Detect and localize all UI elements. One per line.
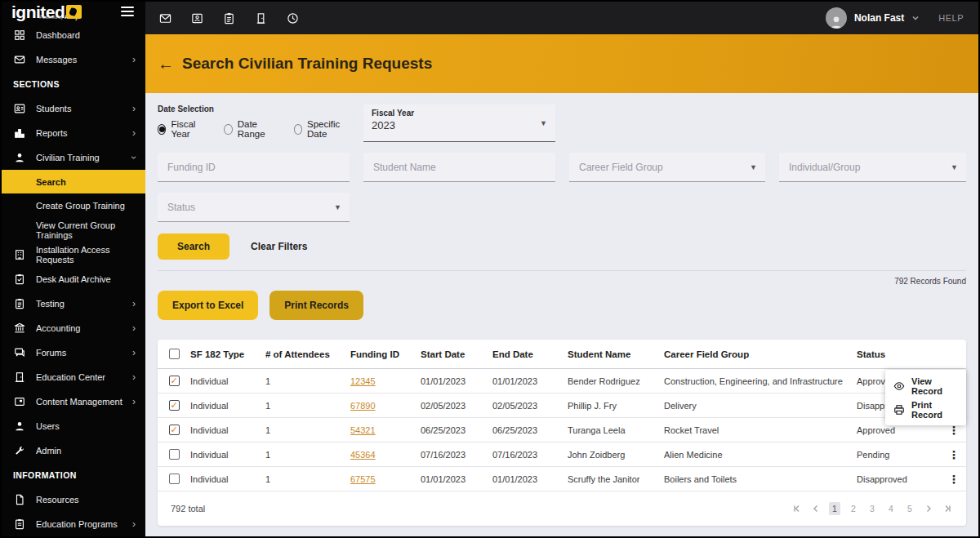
page-title: Search Civilian Training Requests — [182, 55, 432, 73]
print-record-menu-item[interactable]: Print Record — [885, 398, 966, 421]
sidebar-item-students[interactable]: Students › — [2, 96, 145, 121]
table-row: Individual 1 45364 07/16/2023 07/16/2023… — [158, 442, 966, 467]
back-arrow-icon[interactable]: ← — [158, 56, 174, 72]
mail-icon[interactable] — [158, 11, 172, 25]
column-header: Funding ID — [350, 349, 421, 359]
sidebar-item-civilian-training[interactable]: Civilian Training › — [2, 145, 145, 170]
page-number[interactable]: 4 — [885, 502, 897, 515]
prev-page-icon[interactable] — [810, 502, 822, 515]
chevron-right-icon: › — [132, 348, 136, 358]
bar-chart-icon — [13, 127, 25, 140]
row-checkbox[interactable] — [169, 449, 180, 460]
status-value: Disapproved — [857, 474, 939, 484]
chevron-down-icon[interactable] — [911, 14, 920, 22]
chevron-right-icon: › — [132, 104, 136, 113]
last-page-icon[interactable] — [942, 502, 953, 515]
next-page-icon[interactable] — [923, 502, 934, 515]
table-footer: 792 total 1 2 3 4 5 — [158, 491, 966, 526]
radio-fiscal-year[interactable]: Fiscal Year — [158, 119, 206, 139]
user-name[interactable]: Nolan Fast — [854, 12, 904, 24]
column-header: End Date — [492, 349, 568, 359]
select-all-checkbox[interactable] — [169, 349, 180, 359]
sidebar-item-create-group-training[interactable]: Create Group Training — [2, 193, 145, 218]
view-record-menu-item[interactable]: View Record — [885, 374, 966, 398]
sidebar-item-desk-audit-archive[interactable]: Desk Audit Archive — [2, 267, 145, 291]
help-link[interactable]: HELP — [938, 13, 964, 23]
sidebar-item-testing[interactable]: Testing › — [2, 291, 145, 316]
radio-dot — [158, 124, 166, 135]
app-window: ignited Powered by Army Dashboard Messag… — [0, 0, 980, 538]
funding-id-link[interactable]: 45364 — [350, 450, 421, 460]
divider — [158, 270, 966, 271]
status-select[interactable]: Status ▼ — [158, 193, 350, 222]
topbar-icons — [158, 11, 300, 25]
clock-icon[interactable] — [286, 11, 300, 25]
search-button[interactable]: Search — [158, 233, 229, 260]
career-field-group-select[interactable]: Career Field Group ▼ — [569, 153, 765, 182]
sidebar-item-dashboard[interactable]: Dashboard — [2, 23, 145, 47]
avatar[interactable] — [826, 7, 847, 29]
dropdown-arrow-icon: ▼ — [951, 163, 958, 171]
funding-id-link[interactable]: 12345 — [350, 376, 421, 386]
row-checkbox[interactable] — [169, 376, 180, 386]
page-number[interactable]: 1 — [829, 502, 840, 515]
row-context-menu: View Record Print Record — [885, 370, 966, 425]
radio-dot — [294, 124, 302, 135]
status-value: Pending — [857, 450, 939, 460]
sidebar-item-messages[interactable]: Messages › — [2, 47, 145, 72]
print-records-button[interactable]: Print Records — [270, 291, 363, 320]
radio-date-range[interactable]: Date Range — [224, 119, 275, 139]
fiscal-year-select[interactable]: Fiscal Year 2023 ▼ — [363, 104, 555, 142]
row-menu-icon[interactable]: ⋮ — [939, 473, 969, 486]
file-icon — [13, 494, 25, 506]
status-value: Approved — [857, 425, 939, 435]
funding-id-input[interactable] — [158, 153, 350, 182]
first-page-icon[interactable] — [791, 502, 803, 515]
row-checkbox[interactable] — [169, 425, 180, 435]
export-to-excel-button[interactable]: Export to Excel — [158, 291, 258, 320]
sidebar-item-search[interactable]: Search — [2, 170, 145, 193]
funding-id-link[interactable]: 67890 — [350, 401, 421, 411]
filter-actions: Search Clear Filters — [158, 233, 966, 260]
sidebar-item-installation-access-requests[interactable]: Installation Access Requests — [2, 242, 145, 267]
student-name-input[interactable] — [363, 153, 555, 182]
clear-filters-button[interactable]: Clear Filters — [251, 233, 307, 260]
sidebar-item-content-management[interactable]: Content Management › — [2, 389, 145, 414]
sidebar-item-forums[interactable]: Forums › — [2, 340, 145, 365]
sidebar-item-reports[interactable]: Reports › — [2, 121, 145, 145]
sidebar-item-education-programs[interactable]: Education Programs › — [2, 512, 145, 536]
row-checkbox[interactable] — [169, 400, 180, 411]
topbar: Nolan Fast HELP — [145, 2, 978, 34]
row-checkbox[interactable] — [169, 474, 180, 484]
individual-group-select[interactable]: Individual/Group ▼ — [779, 153, 966, 182]
door-exit-icon[interactable] — [254, 11, 268, 25]
contact-card-icon[interactable] — [190, 11, 204, 25]
sidebar-item-accounting[interactable]: Accounting › — [2, 316, 145, 340]
date-selection-group: Date Selection Fiscal Year Date Range — [158, 104, 350, 142]
chevron-right-icon: › — [132, 128, 136, 138]
radio-specific-date[interactable]: Specific Date — [294, 119, 350, 139]
row-menu-icon[interactable]: ⋮ — [939, 448, 969, 461]
funding-id-link[interactable]: 54321 — [350, 425, 421, 435]
page-number[interactable]: 3 — [866, 502, 878, 515]
chevron-right-icon: › — [132, 299, 136, 309]
sidebar-item-admin[interactable]: Admin — [2, 438, 145, 463]
sidebar-nav: Dashboard Messages › SECTIONS Students ›… — [2, 21, 145, 536]
sidebar-item-users[interactable]: Users — [2, 414, 145, 438]
page-number[interactable]: 2 — [848, 502, 859, 515]
column-header: Start Date — [421, 349, 492, 359]
printer-icon — [893, 404, 905, 416]
filter-panel: Date Selection Fiscal Year Date Range — [158, 104, 966, 222]
sidebar-item-education-center[interactable]: Education Center › — [2, 365, 145, 389]
date-selection-label: Date Selection — [158, 104, 350, 113]
funding-id-link[interactable]: 67575 — [350, 474, 421, 484]
building-icon — [13, 249, 25, 261]
door-icon — [13, 371, 25, 384]
clipboard-icon[interactable] — [222, 11, 236, 25]
sidebar-item-view-current-group-trainings[interactable]: View Current Group Trainings — [2, 218, 145, 242]
hamburger-menu-icon[interactable] — [121, 7, 134, 16]
total-label: 792 total — [171, 504, 205, 514]
dropdown-arrow-icon: ▼ — [540, 119, 547, 127]
page-number[interactable]: 5 — [904, 502, 915, 515]
sidebar-item-resources[interactable]: Resources — [2, 487, 145, 512]
